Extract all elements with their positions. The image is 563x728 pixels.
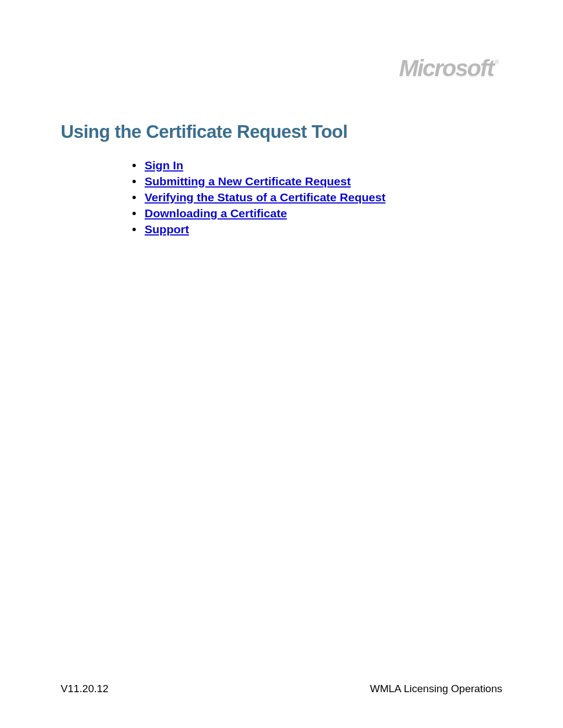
bullet-icon <box>132 228 136 231</box>
bullet-icon <box>132 164 136 167</box>
toc-link-verify-status[interactable]: Verifying the Status of a Certificate Re… <box>145 191 385 204</box>
logo-text: Microsoft <box>399 55 493 81</box>
bullet-icon <box>132 196 136 199</box>
toc-item: Support <box>132 223 502 236</box>
footer-org: WMLA Licensing Operations <box>370 683 502 695</box>
registered-mark: ® <box>495 58 498 65</box>
microsoft-logo: Microsoft® <box>399 55 497 81</box>
bullet-icon <box>132 212 136 215</box>
footer-version: V11.20.12 <box>61 683 109 695</box>
toc-item: Verifying the Status of a Certificate Re… <box>132 191 502 204</box>
toc-item: Downloading a Certificate <box>132 207 502 220</box>
toc-link-support[interactable]: Support <box>145 223 189 236</box>
table-of-contents: Sign In Submitting a New Certificate Req… <box>132 159 502 236</box>
page-title: Using the Certificate Request Tool <box>61 121 502 142</box>
page-footer: V11.20.12 WMLA Licensing Operations <box>61 683 502 695</box>
toc-item: Submitting a New Certificate Request <box>132 175 502 188</box>
toc-link-download-cert[interactable]: Downloading a Certificate <box>145 207 287 220</box>
logo-container: Microsoft® <box>399 55 497 82</box>
bullet-icon <box>132 180 136 183</box>
document-page: Microsoft® Using the Certificate Request… <box>0 0 563 728</box>
toc-item: Sign In <box>132 159 502 172</box>
toc-link-sign-in[interactable]: Sign In <box>145 159 183 172</box>
toc-link-submit-request[interactable]: Submitting a New Certificate Request <box>145 175 350 188</box>
